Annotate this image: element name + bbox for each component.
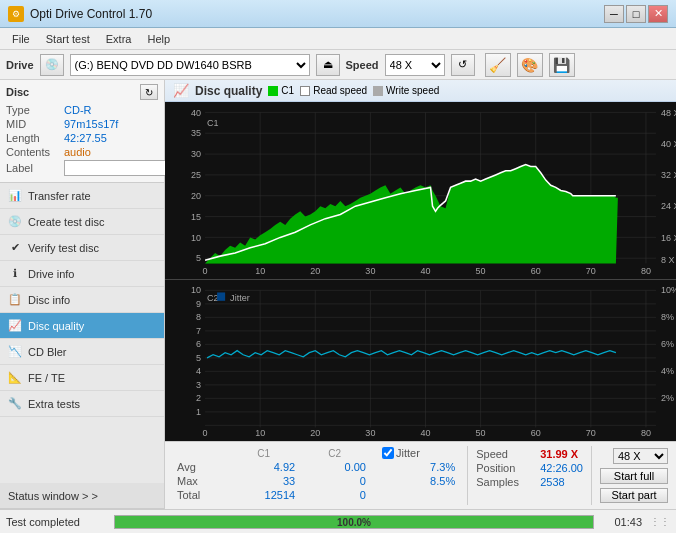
sidebar-item-transfer-rate[interactable]: 📊 Transfer rate (0, 183, 164, 209)
drive-info-icon: ℹ (8, 267, 22, 281)
mid-value: 97m15s17f (64, 118, 158, 130)
sidebar-label-disc-info: Disc info (28, 294, 70, 306)
svg-text:0: 0 (203, 266, 208, 276)
eraser-button[interactable]: 🧹 (485, 53, 511, 77)
drive-icon-btn[interactable]: 💿 (40, 54, 64, 76)
svg-text:35: 35 (191, 128, 201, 138)
legend-write-label: Write speed (386, 85, 439, 96)
mid-label: MID (6, 118, 64, 130)
svg-text:70: 70 (586, 428, 596, 438)
menu-file[interactable]: File (4, 31, 38, 47)
svg-text:40: 40 (420, 428, 430, 438)
menu-help[interactable]: Help (139, 31, 178, 47)
progress-text: 100.0% (337, 516, 371, 527)
svg-text:30: 30 (365, 266, 375, 276)
sidebar-label-extra-tests: Extra tests (28, 398, 80, 410)
drive-select[interactable]: (G:) BENQ DVD DD DW1640 BSRB (70, 54, 310, 76)
max-jitter: 8.5% (378, 474, 459, 488)
contents-label: Contents (6, 146, 64, 158)
legend-c1: C1 (268, 85, 294, 96)
svg-text:10: 10 (191, 285, 201, 295)
sidebar-item-disc-quality[interactable]: 📈 Disc quality (0, 313, 164, 339)
sidebar-label-verify-test-disc: Verify test disc (28, 242, 99, 254)
stats-bar: C1 C2 Jitter Avg 4.92 0.00 (165, 441, 676, 509)
restore-button[interactable]: □ (626, 5, 646, 23)
svg-text:3: 3 (196, 380, 201, 390)
status-time: 01:43 (602, 516, 642, 528)
speed-select[interactable]: 48 X (385, 54, 445, 76)
legend-write-speed: Write speed (373, 85, 439, 96)
svg-text:40 X: 40 X (661, 139, 676, 149)
sidebar-item-fe-te[interactable]: 📐 FE / TE (0, 365, 164, 391)
status-dots: ⋮⋮ (650, 516, 670, 527)
svg-text:10%: 10% (661, 285, 676, 295)
total-label: Total (173, 488, 228, 502)
svg-text:50: 50 (476, 266, 486, 276)
drive-bar: Drive 💿 (G:) BENQ DVD DD DW1640 BSRB ⏏ S… (0, 50, 676, 80)
avg-jitter: 7.3% (378, 460, 459, 474)
color-button[interactable]: 🎨 (517, 53, 543, 77)
svg-text:30: 30 (191, 149, 201, 159)
type-value: CD-R (64, 104, 158, 116)
top-chart: 40 35 30 25 20 15 10 5 48 X 40 X 32 X 24… (165, 102, 676, 279)
stats-table: C1 C2 Jitter Avg 4.92 0.00 (173, 446, 459, 505)
window-controls: ─ □ ✕ (604, 5, 668, 23)
total-jitter (378, 488, 459, 502)
svg-rect-44 (165, 280, 676, 441)
svg-text:15: 15 (191, 212, 201, 222)
svg-text:10: 10 (255, 428, 265, 438)
avg-label: Avg (173, 460, 228, 474)
eject-button[interactable]: ⏏ (316, 54, 340, 76)
legend-c1-color (268, 86, 278, 96)
label-label: Label (6, 162, 64, 174)
disc-panel-title: Disc (6, 86, 29, 98)
save-button[interactable]: 💾 (549, 53, 575, 77)
menu-bar: File Start test Extra Help (0, 28, 676, 50)
svg-text:2: 2 (196, 393, 201, 403)
start-speed-select[interactable]: 48 X (613, 448, 668, 464)
menu-start-test[interactable]: Start test (38, 31, 98, 47)
sidebar-item-cd-bler[interactable]: 📉 CD Bler (0, 339, 164, 365)
speed-refresh-btn[interactable]: ↺ (451, 54, 475, 76)
menu-extra[interactable]: Extra (98, 31, 140, 47)
progress-bar-container: 100.0% (114, 515, 594, 529)
status-window-button[interactable]: Status window > > (0, 483, 164, 509)
status-window-label: Status window > > (8, 490, 98, 502)
svg-text:50: 50 (476, 428, 486, 438)
svg-text:Jitter: Jitter (230, 293, 250, 303)
speed-info: Speed 31.99 X Position 42:26.00 Samples … (476, 446, 583, 505)
svg-text:C2: C2 (207, 293, 219, 303)
start-full-button[interactable]: Start full (600, 468, 668, 484)
sidebar-item-create-test-disc[interactable]: 💿 Create test disc (0, 209, 164, 235)
start-part-button[interactable]: Start part (600, 488, 668, 504)
action-buttons: 48 X Start full Start part (600, 446, 668, 505)
svg-text:20: 20 (310, 428, 320, 438)
sidebar-item-verify-test-disc[interactable]: ✔ Verify test disc (0, 235, 164, 261)
svg-text:32 X: 32 X (661, 170, 676, 180)
jitter-checkbox[interactable] (382, 447, 394, 459)
sidebar-item-extra-tests[interactable]: 🔧 Extra tests (0, 391, 164, 417)
col-c2-header: C2 (299, 446, 370, 460)
sidebar-label-drive-info: Drive info (28, 268, 74, 280)
position-label: Position (476, 462, 536, 474)
length-value: 42:27.55 (64, 132, 158, 144)
disc-refresh-button[interactable]: ↻ (140, 84, 158, 100)
svg-text:8%: 8% (661, 312, 674, 322)
title-bar: ⚙ Opti Drive Control 1.70 ─ □ ✕ (0, 0, 676, 28)
disc-info-icon: 📋 (8, 293, 22, 307)
svg-text:4%: 4% (661, 366, 674, 376)
total-c1: 12514 (228, 488, 299, 502)
position-value: 42:26.00 (540, 462, 583, 474)
max-label: Max (173, 474, 228, 488)
svg-text:40: 40 (191, 107, 201, 117)
svg-text:6: 6 (196, 339, 201, 349)
content-header: 📈 Disc quality C1 Read speed Write speed (165, 80, 676, 102)
minimize-button[interactable]: ─ (604, 5, 624, 23)
sidebar-item-drive-info[interactable]: ℹ Drive info (0, 261, 164, 287)
drive-label: Drive (6, 59, 34, 71)
jitter-header: Jitter (396, 447, 420, 459)
svg-text:80: 80 (641, 428, 651, 438)
svg-rect-90 (217, 293, 225, 301)
close-button[interactable]: ✕ (648, 5, 668, 23)
sidebar-item-disc-info[interactable]: 📋 Disc info (0, 287, 164, 313)
